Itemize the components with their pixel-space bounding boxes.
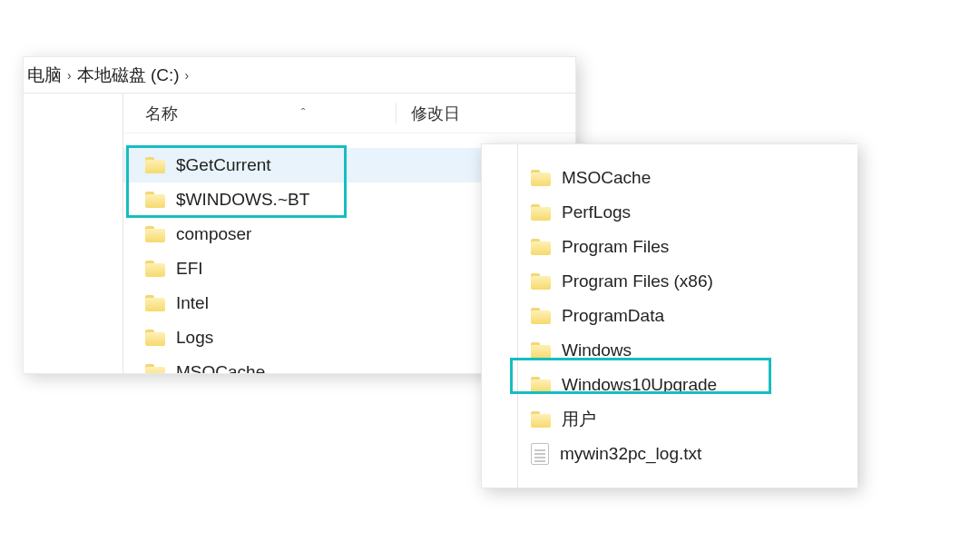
list-item-label: PerfLogs xyxy=(562,202,631,222)
list-item-label: ProgramData xyxy=(562,306,664,326)
breadcrumb-segment[interactable]: 电脑 xyxy=(27,64,62,87)
list-item[interactable]: PerfLogs xyxy=(531,195,717,230)
explorer-window-right: MSOCache PerfLogs Program Files Program … xyxy=(481,143,858,488)
folder-icon xyxy=(531,377,551,393)
list-item-label: Program Files (x86) xyxy=(562,271,713,291)
list-item[interactable]: mywin32pc_log.txt xyxy=(531,437,717,471)
breadcrumb[interactable]: 电脑 › 本地磁盘 (C:) › xyxy=(24,57,575,94)
list-item-label: $WINDOWS.~BT xyxy=(176,190,309,210)
folder-icon xyxy=(145,192,165,208)
nav-pane[interactable] xyxy=(24,94,123,373)
folder-icon xyxy=(145,295,165,311)
folder-icon xyxy=(531,342,551,359)
folder-icon xyxy=(145,226,165,242)
list-item[interactable]: Program Files xyxy=(531,230,717,264)
list-item[interactable]: Windows10Upgrade xyxy=(531,368,717,402)
list-item-label: Windows xyxy=(562,340,632,360)
list-item[interactable]: Program Files (x86) xyxy=(531,264,717,299)
folder-icon xyxy=(531,239,551,255)
list-item-label: composer xyxy=(176,224,251,244)
breadcrumb-separator-icon: › xyxy=(67,68,72,83)
list-item[interactable]: 用户 xyxy=(531,402,717,437)
list-item[interactable]: ProgramData xyxy=(531,299,717,333)
folder-icon xyxy=(145,261,165,277)
folder-icon xyxy=(531,308,551,324)
list-item-label: Intel xyxy=(176,293,209,313)
folder-icon xyxy=(531,204,551,221)
folder-icon xyxy=(145,330,165,346)
column-header-name-label: 名称 xyxy=(145,103,178,124)
column-header-date[interactable]: 修改日 xyxy=(396,103,575,124)
folder-icon xyxy=(145,364,165,374)
nav-pane[interactable] xyxy=(482,144,518,488)
list-item-label: Windows10Upgrade xyxy=(562,375,717,395)
column-header-date-label: 修改日 xyxy=(411,104,460,123)
file-list: MSOCache PerfLogs Program Files Program … xyxy=(518,144,717,488)
column-header-row: 名称 ˆ 修改日 xyxy=(123,94,575,133)
column-header-name[interactable]: 名称 ˆ xyxy=(123,103,396,124)
list-item-label: mywin32pc_log.txt xyxy=(560,444,701,464)
list-item[interactable]: MSOCache xyxy=(531,161,717,195)
folder-icon xyxy=(145,157,165,173)
folder-icon xyxy=(531,170,551,186)
list-item-label: Logs xyxy=(176,328,213,348)
folder-icon xyxy=(531,273,551,290)
text-file-icon xyxy=(531,443,549,465)
sort-ascending-icon: ˆ xyxy=(301,106,305,120)
list-item-label: EFI xyxy=(176,259,203,279)
list-item-label: MSOCache xyxy=(176,362,265,374)
list-item-label: 用户 xyxy=(562,408,596,431)
list-item-label: Program Files xyxy=(562,237,669,257)
list-item[interactable]: Windows xyxy=(531,333,717,368)
breadcrumb-segment[interactable]: 本地磁盘 (C:) xyxy=(77,64,180,87)
list-item-label: MSOCache xyxy=(562,168,651,188)
list-item-label: $GetCurrent xyxy=(176,155,271,175)
breadcrumb-separator-icon: › xyxy=(185,68,190,83)
folder-icon xyxy=(531,411,551,428)
